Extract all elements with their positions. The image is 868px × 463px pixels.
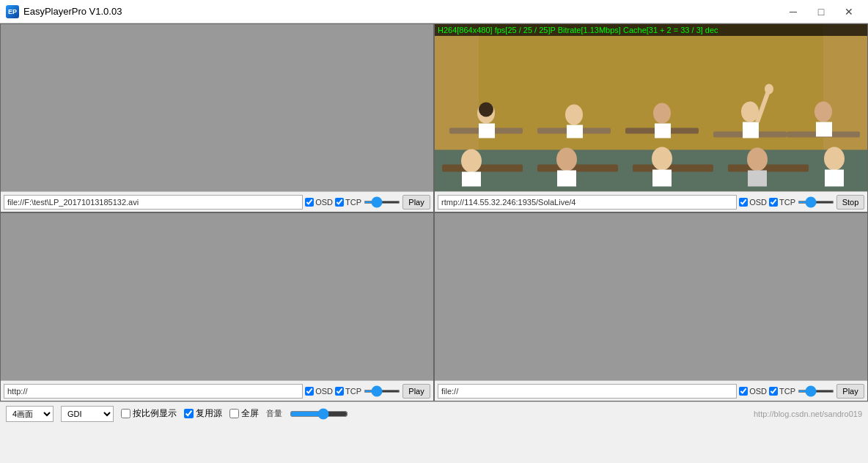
tcp-label-bottom-right: TCP	[779, 387, 795, 396]
svg-rect-12	[633, 165, 713, 172]
tcp-group-bottom-left: TCP	[335, 387, 361, 396]
tcp-checkbox-bottom-right[interactable]	[769, 387, 778, 396]
svg-rect-1	[435, 24, 867, 165]
tcp-checkbox-top-right[interactable]	[769, 198, 778, 207]
video-area-top-left	[1, 24, 433, 191]
svg-rect-15	[479, 124, 495, 138]
svg-point-35	[824, 147, 845, 171]
url-input-bottom-left[interactable]	[4, 384, 303, 399]
tcp-group-top-left: TCP	[335, 198, 361, 207]
play-button-bottom-right[interactable]: Play	[836, 384, 864, 399]
osd-label-top-left: OSD	[315, 198, 333, 207]
play-button-top-left[interactable]: Play	[402, 195, 430, 210]
svg-rect-18	[567, 125, 583, 138]
video-area-bottom-right	[435, 213, 867, 380]
url-input-bottom-right[interactable]	[438, 384, 737, 399]
titlebar-controls: ─ □ ✕	[780, 3, 862, 21]
buffer-slider-bottom-right[interactable]	[798, 390, 834, 393]
tcp-group-top-right: TCP	[769, 198, 795, 207]
play-button-bottom-left[interactable]: Play	[402, 384, 430, 399]
tcp-group-bottom-right: TCP	[769, 387, 795, 396]
svg-rect-34	[748, 171, 767, 187]
svg-rect-20	[655, 124, 671, 138]
osd-group-bottom-right: OSD	[739, 387, 767, 396]
fullscreen-group: 全屏	[229, 407, 259, 420]
svg-point-19	[653, 103, 671, 124]
app-title: EasyPlayerPro V1.0.03	[23, 6, 122, 17]
video-grid: OSD TCP Play	[0, 23, 868, 401]
stop-button-top-right[interactable]: Stop	[836, 195, 864, 210]
controls-top-left: OSD TCP Play	[1, 191, 433, 212]
stream-info-top-right: H264[864x480] fps[25 / 25 / 25]P Bitrate…	[435, 24, 867, 36]
buffer-slider-top-right[interactable]	[798, 201, 834, 204]
osd-label-bottom-right: OSD	[749, 387, 767, 396]
volume-slider[interactable]	[290, 408, 348, 420]
controls-bottom-left: OSD TCP Play	[1, 380, 433, 401]
tcp-label-bottom-left: TCP	[345, 387, 361, 396]
main-content: OSD TCP Play	[0, 23, 868, 425]
controls-top-right: OSD TCP Stop	[435, 191, 867, 212]
close-button[interactable]: ✕	[836, 3, 862, 21]
controls-bottom-right: OSD TCP Play	[435, 380, 867, 401]
osd-checkbox-top-right[interactable]	[739, 198, 748, 207]
cell-top-left: OSD TCP Play	[0, 23, 434, 212]
url-input-top-right[interactable]	[438, 195, 737, 210]
osd-checkbox-bottom-right[interactable]	[739, 387, 748, 396]
svg-point-25	[814, 102, 832, 122]
svg-point-27	[461, 149, 482, 173]
osd-label-top-right: OSD	[749, 198, 767, 207]
svg-point-29	[556, 148, 577, 171]
tcp-label-top-right: TCP	[779, 198, 795, 207]
fullscreen-checkbox[interactable]	[229, 409, 239, 418]
osd-checkbox-bottom-left[interactable]	[305, 387, 314, 396]
svg-rect-13	[728, 165, 809, 172]
osd-group-bottom-left: OSD	[305, 387, 333, 396]
titlebar: EP EasyPlayerPro V1.0.03 ─ □ ✕	[0, 0, 868, 23]
tcp-checkbox-top-left[interactable]	[335, 198, 344, 207]
svg-point-17	[565, 105, 583, 125]
svg-point-16	[479, 103, 493, 117]
fullscreen-label: 全屏	[241, 407, 259, 420]
renderer-select[interactable]: GDI D3D OpenGL	[61, 406, 114, 422]
cell-top-right: H264[864x480] fps[25 / 25 / 25]P Bitrate…	[434, 23, 868, 212]
svg-rect-26	[816, 122, 832, 137]
svg-rect-22	[743, 122, 759, 138]
buffer-slider-bottom-left[interactable]	[364, 390, 400, 393]
osd-group-top-right: OSD	[739, 198, 767, 207]
video-area-top-right: H264[864x480] fps[25 / 25 / 25]P Bitrate…	[435, 24, 867, 191]
svg-point-31	[652, 147, 672, 171]
aspect-ratio-checkbox[interactable]	[121, 409, 130, 418]
svg-rect-28	[462, 172, 481, 187]
maximize-button[interactable]: □	[808, 3, 834, 21]
app-icon: EP	[6, 5, 19, 18]
osd-group-top-left: OSD	[305, 198, 333, 207]
bottom-toolbar: 1画面 4画面 9画面 16画面 GDI D3D OpenGL 按比例显示 复用…	[0, 401, 868, 425]
svg-rect-11	[537, 165, 618, 172]
aspect-ratio-label: 按比例显示	[133, 407, 177, 420]
osd-label-bottom-left: OSD	[315, 387, 333, 396]
svg-point-33	[747, 148, 768, 171]
aspect-ratio-group: 按比例显示	[121, 407, 177, 420]
reuse-label: 复用源	[196, 407, 222, 420]
svg-rect-32	[652, 170, 672, 187]
tcp-label-top-left: TCP	[345, 198, 361, 207]
minimize-button[interactable]: ─	[780, 3, 806, 21]
svg-rect-10	[442, 165, 523, 172]
svg-point-24	[765, 84, 773, 95]
cell-bottom-left: OSD TCP Play	[0, 212, 434, 401]
watermark-text: http://blog.csdn.net/sandro019	[754, 410, 862, 418]
reuse-checkbox[interactable]	[184, 409, 194, 418]
titlebar-left: EP EasyPlayerPro V1.0.03	[6, 5, 122, 18]
svg-rect-30	[557, 171, 576, 187]
layout-select[interactable]: 1画面 4画面 9画面 16画面	[6, 406, 54, 422]
volume-label: 音量	[266, 408, 282, 419]
video-area-bottom-left	[1, 213, 433, 380]
buffer-slider-top-left[interactable]	[364, 201, 400, 204]
reuse-group: 复用源	[184, 407, 222, 420]
svg-rect-36	[825, 170, 844, 187]
cell-bottom-right: OSD TCP Play	[434, 212, 868, 401]
osd-checkbox-top-left[interactable]	[305, 198, 314, 207]
tcp-checkbox-bottom-left[interactable]	[335, 387, 344, 396]
url-input-top-left[interactable]	[4, 195, 303, 210]
